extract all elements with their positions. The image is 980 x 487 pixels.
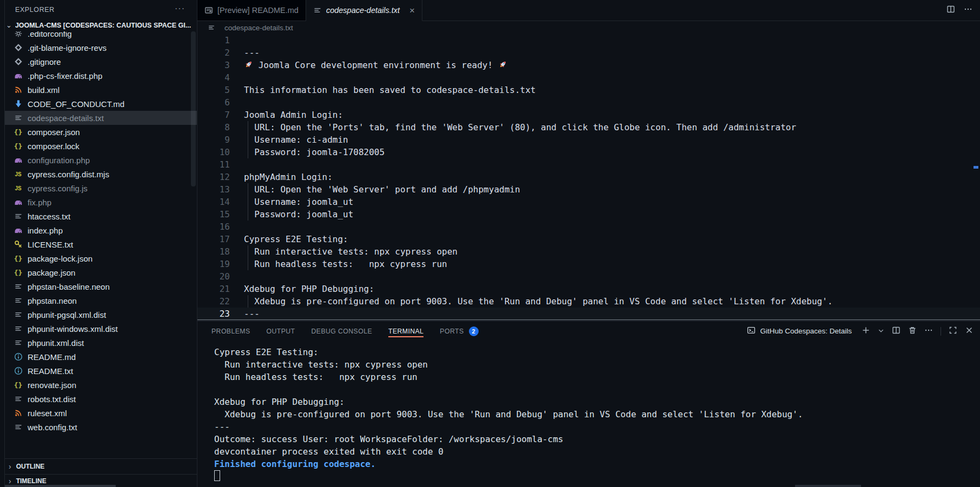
terminal-line: Xdebug is pre-configured on port 9003. U… (214, 408, 980, 421)
line-code[interactable]: Password: joomla-17082005 (244, 146, 980, 158)
close-panel-button[interactable] (965, 326, 974, 337)
line-code[interactable]: Run interactive tests: npx cypress open (244, 245, 980, 258)
file-item-phpstan.neon[interactable]: phpstan.neon (5, 293, 197, 308)
terminal-picker-button[interactable] (878, 326, 884, 336)
file-item-.git-blame-ignore-revs[interactable]: .git-blame-ignore-revs (5, 41, 197, 55)
editor-line-10: 10 Password: joomla-17082005 (197, 146, 980, 158)
editor-line-8: 8 URL: Open the 'Ports' tab, find the 'W… (197, 121, 980, 134)
line-code[interactable] (244, 34, 980, 46)
terminal-instance-item[interactable]: GitHub Codespaces: Details (747, 326, 852, 336)
breadcrumb-item[interactable]: codespace-details.txt (224, 24, 293, 32)
panel-tab-terminal[interactable]: TERMINAL (388, 321, 423, 341)
file-item-README.txt[interactable]: README.txt (5, 364, 197, 378)
file-item-CODE_OF_CONDUCT.md[interactable]: CODE_OF_CONDUCT.md (5, 97, 197, 111)
panel-tab-problems[interactable]: PROBLEMS (211, 321, 250, 341)
split-editor-button[interactable] (946, 5, 955, 16)
line-code[interactable]: --- (244, 46, 980, 59)
editor[interactable]: 12---3 Joomla Core development environme… (197, 34, 980, 321)
line-code[interactable]: Username: ci-admin (244, 134, 980, 146)
outline-section-header[interactable]: › OUTLINE (5, 458, 197, 474)
panel-tab-output[interactable]: OUTPUT (267, 321, 295, 341)
file-item-web.config.txt[interactable]: web.config.txt (5, 420, 197, 434)
maximize-panel-button[interactable] (949, 326, 957, 337)
sidebar-horizontal-scrollbar[interactable] (5, 485, 116, 487)
ellipsis-icon (964, 5, 972, 16)
file-item-build.xml[interactable]: build.xml (5, 83, 197, 97)
line-code[interactable]: Joomla Core development environment is r… (244, 59, 980, 71)
line-code[interactable] (244, 221, 980, 233)
file-item-cypress.config.dist.mjs[interactable]: JScypress.config.dist.mjs (5, 167, 197, 181)
file-item-README.md[interactable]: README.md (5, 350, 197, 364)
key-file-icon (14, 240, 23, 249)
panel-tab-ports[interactable]: PORTS2 (440, 321, 478, 341)
line-code[interactable] (244, 158, 980, 171)
editor-line-22: 22 Xdebug is pre-configured on port 9003… (197, 295, 980, 308)
line-code[interactable]: URL: Open the 'Ports' tab, find the 'Web… (244, 121, 980, 134)
file-item-phpunit-pgsql.xml.dist[interactable]: phpunit-pgsql.xml.dist (5, 308, 197, 322)
terminal-line: Finished configuring codespace. (214, 458, 980, 470)
file-item-renovate.json[interactable]: {}renovate.json (5, 378, 197, 392)
file-item-composer.lock[interactable]: {}composer.lock (5, 139, 197, 153)
line-code[interactable]: Password: joomla_ut (244, 208, 980, 221)
file-item-fix.php[interactable]: fix.php (5, 195, 197, 209)
line-code[interactable]: Xdebug for PHP Debugging: (244, 283, 980, 295)
file-item-.editorconfig[interactable]: .editorconfig (5, 31, 197, 41)
panel-tab-debug-console[interactable]: DEBUG CONSOLE (312, 321, 372, 341)
file-label: .git-blame-ignore-revs (28, 43, 107, 52)
file-item-codespace-details.txt[interactable]: codespace-details.txt (5, 111, 197, 125)
file-label: README.txt (28, 366, 73, 376)
file-item-composer.json[interactable]: {}composer.json (5, 125, 197, 139)
file-item-phpstan-baseline.neon[interactable]: phpstan-baseline.neon (5, 279, 197, 293)
line-code[interactable] (244, 71, 980, 84)
trash-icon (908, 326, 917, 337)
file-label: codespace-details.txt (28, 114, 104, 123)
line-code[interactable]: This information has been saved to codes… (244, 84, 980, 96)
file-item-index.php[interactable]: index.php (5, 223, 197, 237)
file-label: phpunit.xml.dist (28, 338, 84, 348)
sidebar-vertical-scrollbar[interactable] (191, 31, 196, 186)
line-code[interactable]: URL: Open the 'Web Server' port and add … (244, 183, 980, 196)
file-item-LICENSE.txt[interactable]: LICENSE.txt (5, 237, 197, 251)
more-actions-button[interactable] (964, 5, 972, 16)
text-file-icon (14, 296, 23, 305)
file-item-cypress.config.js[interactable]: JScypress.config.js (5, 181, 197, 195)
line-code[interactable] (244, 270, 980, 283)
terminal[interactable]: Cypress E2E Testing: Run interactive tes… (197, 341, 980, 483)
terminal-icon (747, 326, 756, 336)
line-number: 10 (197, 146, 230, 158)
tree-root-header[interactable]: ⌄ JOOMLA-CMS [CODESPACES: CAUTIOUS SPACE… (5, 19, 197, 31)
close-icon[interactable]: × (409, 6, 415, 15)
line-code[interactable]: Xdebug is pre-configured on port 9003. U… (244, 295, 980, 308)
file-item-robots.txt.dist[interactable]: robots.txt.dist (5, 392, 197, 406)
file-item-.php-cs-fixer.dist.php[interactable]: .php-cs-fixer.dist.php (5, 69, 197, 83)
panel-more-actions-button[interactable] (924, 326, 933, 337)
text-file-icon (14, 423, 23, 432)
line-number: 8 (197, 121, 230, 134)
explorer-more-button[interactable]: ··· (175, 4, 185, 14)
line-code[interactable]: Joomla Admin Login: (244, 109, 980, 121)
kill-terminal-button[interactable] (908, 326, 917, 337)
split-terminal-button[interactable] (892, 326, 900, 337)
file-label: fix.php (28, 198, 51, 207)
new-terminal-button[interactable] (862, 326, 870, 337)
chevron-down-icon (878, 326, 884, 336)
line-code[interactable]: Username: joomla_ut (244, 196, 980, 208)
line-code[interactable]: phpMyAdmin Login: (244, 171, 980, 183)
file-item-.gitignore[interactable]: .gitignore (5, 55, 197, 69)
file-item-configuration.php[interactable]: configuration.php (5, 153, 197, 167)
terminal-horizontal-scrollbar[interactable] (795, 485, 861, 487)
file-item-phpunit-windows.xml.dist[interactable]: phpunit-windows.xml.dist (5, 322, 197, 336)
line-code[interactable]: Cypress E2E Testing: (244, 233, 980, 245)
line-code[interactable]: Run headless tests: npx cypress run (244, 258, 980, 270)
file-item-ruleset.xml[interactable]: ruleset.xml (5, 406, 197, 420)
line-code[interactable]: --- (244, 308, 980, 320)
file-item-phpunit.xml.dist[interactable]: phpunit.xml.dist (5, 336, 197, 350)
tab-bar: [Preview] README.mdcodespace-details.txt… (197, 0, 980, 21)
file-label: cypress.config.js (28, 184, 88, 193)
file-item-htaccess.txt[interactable]: htaccess.txt (5, 209, 197, 223)
tab--preview-readme-md[interactable]: [Preview] README.md (197, 0, 306, 21)
file-item-package-lock.json[interactable]: {}package-lock.json (5, 251, 197, 265)
file-item-package.json[interactable]: {}package.json (5, 265, 197, 279)
tab-codespace-details-txt[interactable]: codespace-details.txt× (306, 0, 422, 21)
line-code[interactable] (244, 96, 980, 109)
